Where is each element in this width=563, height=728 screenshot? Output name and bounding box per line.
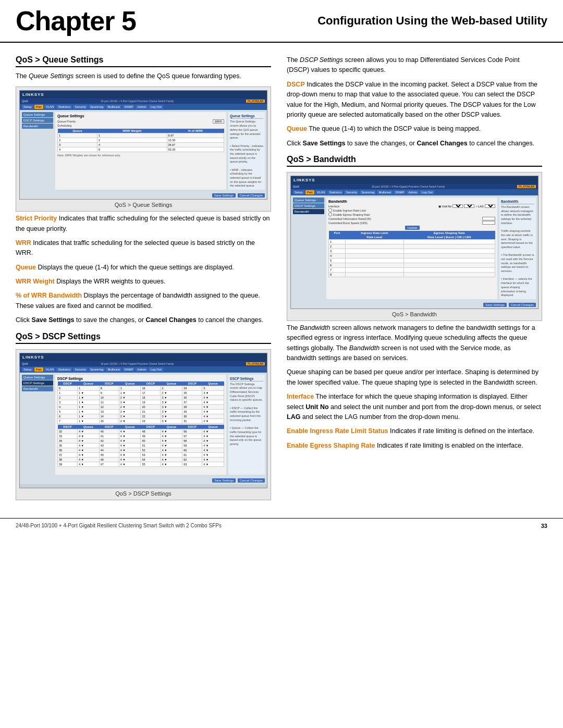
bandwidth-intro: The Bandwidth screen allows network mana… <box>287 323 542 364</box>
term-queue-qs-label: Queue <box>16 264 36 271</box>
term-dscp: DSCP Indicates the DSCP value in the inc… <box>287 80 542 120</box>
content-area: QoS > Queue Settings The Queue Settings … <box>0 43 563 513</box>
term-interface-bw-text: The interface for which the queue shapin… <box>287 393 541 421</box>
caption-dscp: QoS > DSCP Settings <box>115 490 172 497</box>
term-enable-ingress-label: Enable Ingress Rate Limit Status <box>287 427 388 435</box>
term-queue-qs: Queue Displays the queue (1-4) for which… <box>16 263 271 273</box>
col-right: The DSCP Settings screen allows you to m… <box>287 55 542 502</box>
screenshot-bandwidth-inner: LINKSYS QoS 16-port 10/100 + 4-Port Giga… <box>290 176 538 309</box>
footer-page-number: 33 <box>541 523 547 529</box>
section-heading-bandwidth: QoS > Bandwidth <box>287 155 542 167</box>
chapter-title: Chapter 5 <box>16 5 136 36</box>
term-interface-bw-label: Interface <box>287 393 314 400</box>
screenshot-queue-inner: LINKSYS QoS 16-port 10/100 + 4-Port Giga… <box>19 90 267 200</box>
term-queue-dscp-text: The queue (1-4) to which the DSCP value … <box>309 125 481 132</box>
page-footer: 24/48-Port 10/100 + 4-Port Gigabit Resil… <box>0 518 563 533</box>
term-enable-ingress: Enable Ingress Rate Limit Status Indicat… <box>287 426 542 436</box>
term-queue-dscp: Queue The queue (1-4) to which the DSCP … <box>287 124 542 134</box>
term-interface-bw: Interface The interface for which the qu… <box>287 392 542 422</box>
screenshot-bandwidth: LINKSYS QoS 16-port 10/100 + 4-Port Giga… <box>287 172 542 321</box>
page-header: Chapter 5 Configuration Using the Web-ba… <box>0 0 563 43</box>
term-enable-egress-text: Indicates if rate limiting is enabled on… <box>377 442 523 449</box>
term-strict-priority: Strict Priority Indicates that traffic s… <box>16 214 271 234</box>
term-wrr-weight-label: WRR Weight <box>16 278 55 285</box>
term-wrr-label: WRR <box>16 239 31 246</box>
term-pct-wrr: % of WRR Bandwidth Displays the percenta… <box>16 291 271 311</box>
dscp-save-text: Click Save Settings to save the changes,… <box>287 139 542 149</box>
term-wrr-weight-text: Displays the WRR weights to queues. <box>56 278 165 285</box>
screenshot-dscp-settings: LINKSYS QoS 16-port 10/100 + 4-Port Giga… <box>16 349 271 500</box>
term-dscp-label: DSCP <box>287 81 305 88</box>
queue-intro: The Queue Settings screen is used to def… <box>16 71 271 81</box>
bandwidth-shaping: Queue shaping can be based per queue and… <box>287 367 542 388</box>
term-wrr-weight: WRR Weight Displays the WRR weights to q… <box>16 277 271 287</box>
queue-save-text: Click Save Settings to save the changes,… <box>16 315 271 325</box>
term-wrr: WRR Indicates that traffic scheduling fo… <box>16 238 271 258</box>
term-queue-qs-text: Displays the queue (1-4) for which the q… <box>38 264 234 271</box>
caption-bandwidth: QoS > Bandwidth <box>392 311 437 317</box>
term-pct-wrr-label: % of WRR Bandwidth <box>16 292 82 299</box>
caption-queue: QoS > Queue Settings <box>115 202 172 208</box>
term-wrr-text: Indicates that traffic scheduling for th… <box>16 239 255 256</box>
footer-left-text: 24/48-Port 10/100 + 4-Port Gigabit Resil… <box>16 523 222 528</box>
term-enable-egress-label: Enable Egress Shaping Rate <box>287 442 375 449</box>
screenshot-dscp-inner: LINKSYS QoS 16-port 10/100 + 4-Port Giga… <box>19 353 267 488</box>
term-enable-egress: Enable Egress Shaping Rate Indicates if … <box>287 441 542 451</box>
term-enable-ingress-text: Indicates if rate limiting is defined on… <box>390 427 534 435</box>
term-queue-dscp-label: Queue <box>287 125 307 132</box>
chapter-subtitle: Configuration Using the Web-based Utilit… <box>136 14 547 28</box>
screenshot-queue-settings: LINKSYS QoS 16-port 10/100 + 4-Port Giga… <box>16 87 271 212</box>
section-heading-dscp: QoS > DSCP Settings <box>16 332 271 344</box>
section-heading-queue: QoS > Queue Settings <box>16 55 271 67</box>
col-left: QoS > Queue Settings The Queue Settings … <box>16 55 271 502</box>
dscp-intro: The DSCP Settings screen allows you to m… <box>287 55 542 76</box>
term-strict-priority-label: Strict Priority <box>16 215 57 222</box>
term-dscp-text: Indicates the DSCP value in the incoming… <box>287 81 537 118</box>
